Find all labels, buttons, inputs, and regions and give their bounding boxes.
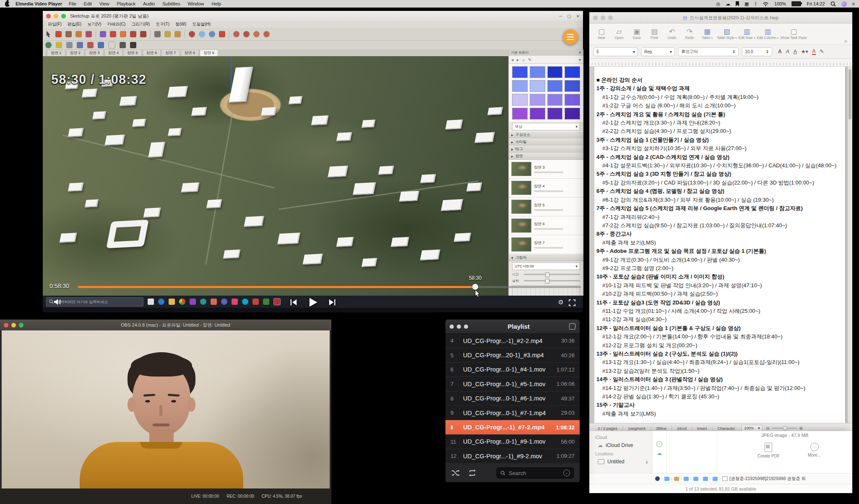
repeat-icon[interactable] — [468, 470, 476, 476]
color-swatch[interactable] — [530, 108, 545, 120]
chrome-icon[interactable] — [179, 299, 185, 305]
close-window-button[interactable] — [46, 14, 51, 18]
slider-track[interactable] — [524, 280, 580, 281]
playlist-row[interactable]: 11UD_CG-Progr...0-1)_#9-1.mov56:00 — [445, 435, 580, 449]
scrollbar-thumb[interactable] — [849, 69, 851, 120]
scene-list-item[interactable]: 장면 3 — [509, 160, 583, 179]
hwp-toolbar-button[interactable]: ▢Show Task Pane — [781, 28, 807, 40]
tape-measure-icon[interactable] — [154, 31, 161, 37]
color-swatch[interactable] — [530, 66, 545, 78]
materials-category-dropdown[interactable]: 색상 ▾ — [512, 123, 580, 130]
playlist-row[interactable]: 7UD_CG-Progr...0-1)_#5-1.mov1:06:06 — [445, 377, 580, 391]
volume-icon[interactable] — [54, 299, 62, 305]
home-icon[interactable]: ⌂ — [522, 57, 525, 62]
document-area[interactable]: ■ 온라인 강의 순서1주 - 강의소개 / 실습 및 재택수업 과제#1-1강… — [589, 67, 852, 423]
menu-item[interactable]: View — [99, 1, 109, 6]
zoom-slider[interactable] — [772, 428, 797, 429]
sketchup-viewport[interactable]: 58:30 / 1:08:32 — [43, 56, 508, 296]
hwp-toolbar-button[interactable]: ↷Redo — [682, 28, 698, 40]
hwp-toolbar-button[interactable]: ▧Table Style ▾ — [717, 28, 737, 40]
document-scrollbar[interactable] — [848, 67, 852, 423]
cloud-download-icon[interactable]: ☁ — [657, 451, 662, 455]
utc-dropdown[interactable]: UTC+09:00 ▾ — [512, 262, 580, 270]
tray-section-header[interactable]: ▸장면 — [509, 153, 583, 160]
scene-tab[interactable]: 장면 6 — [143, 49, 161, 56]
section-plane-icon[interactable] — [66, 42, 73, 48]
hwp-toolbar-button[interactable]: ▣Save — [629, 28, 645, 40]
details-icon[interactable]: ▾ — [579, 57, 581, 62]
close-window-button[interactable] — [450, 325, 454, 329]
app-icon[interactable] — [263, 299, 269, 305]
pushpull-tool-icon[interactable] — [100, 31, 106, 37]
color-swatch[interactable] — [530, 80, 545, 92]
zoom-dropdown[interactable]: 100%▾ — [742, 425, 763, 432]
menu-clock[interactable]: Fri 14:22 — [807, 1, 825, 6]
settings-gear-icon[interactable]: ⚙ — [558, 299, 564, 306]
color-swatch[interactable] — [547, 66, 563, 78]
wifi-icon[interactable] — [763, 2, 769, 6]
folder-icon[interactable] — [684, 477, 689, 481]
scene-tab[interactable]: 장면 8 — [181, 49, 199, 56]
scene-list-item[interactable]: 장면 5 — [509, 197, 583, 216]
scene-tab[interactable]: 장면 1 — [47, 49, 65, 56]
dimension-tool-icon[interactable] — [77, 42, 83, 48]
slider-handle[interactable] — [545, 279, 549, 283]
hwp-toolbar-button[interactable]: ▥Edit Row ▾ — [738, 28, 755, 40]
progress-bar[interactable]: 58:30 — [78, 286, 581, 288]
bold-icon[interactable]: A — [778, 49, 782, 55]
sketchup-menu-item[interactable]: 편집(E) — [68, 21, 81, 27]
hwp-toolbar-button[interactable]: ▦Table ▾ — [699, 28, 715, 40]
win-minimize-icon[interactable]: ─ — [559, 14, 562, 18]
app-icon[interactable] — [200, 299, 206, 305]
popout-icon[interactable] — [569, 323, 575, 330]
app-icon[interactable] — [190, 299, 196, 305]
folder-icon[interactable] — [703, 477, 708, 481]
line-tool-icon[interactable] — [65, 31, 72, 37]
notification-center-icon[interactable]: ≡ — [852, 2, 855, 6]
hwp-toolbar-button[interactable]: ↶Undo — [664, 28, 680, 40]
siri-icon[interactable] — [841, 1, 847, 7]
taskbar-search-input[interactable] — [56, 299, 141, 304]
look-around-icon[interactable] — [56, 42, 62, 48]
scene-tab[interactable]: 장면 5 — [123, 49, 142, 56]
color-swatch[interactable] — [512, 108, 528, 120]
arc-tool-icon[interactable] — [75, 31, 82, 37]
scene-list-item[interactable]: 장면 4 — [509, 179, 583, 197]
scale-tool-icon[interactable] — [130, 31, 136, 37]
style-dropdown[interactable]: 5▾ — [593, 47, 638, 56]
play-icon[interactable] — [307, 296, 319, 308]
app-icon[interactable] — [242, 299, 248, 305]
hwp-toolbar-button[interactable]: ▱Open — [611, 28, 627, 40]
color-swatch[interactable] — [512, 94, 528, 106]
next-track-icon[interactable] — [328, 298, 337, 307]
zoom-out-icon[interactable]: ⊖ — [766, 426, 770, 431]
menu-item[interactable]: Window — [187, 1, 204, 6]
color-swatch[interactable] — [565, 94, 580, 106]
zoom-window-button[interactable] — [19, 323, 23, 327]
zoom-slider-handle[interactable] — [783, 426, 787, 431]
color-swatch[interactable] — [530, 94, 545, 106]
close-window-button[interactable] — [4, 323, 8, 327]
style-monochrome-icon[interactable] — [263, 31, 270, 37]
color-swatch[interactable] — [512, 66, 528, 78]
font-size-stepper[interactable]: 10.0⇕ — [742, 47, 772, 56]
playlist-row[interactable]: 4UD_CG-Progr...-1)_#2-2.mp430:36 — [445, 334, 580, 348]
close-window-button[interactable] — [593, 16, 598, 20]
obs-status-icon[interactable]: ◎ — [716, 2, 720, 6]
footprint-icon[interactable] — [130, 42, 136, 48]
forward-icon[interactable]: ▸ — [517, 57, 519, 62]
3d-text-icon[interactable] — [120, 42, 126, 48]
move-tool-icon[interactable] — [110, 31, 116, 37]
apple-menu-icon[interactable] — [5, 1, 10, 7]
scene-tab[interactable]: 장면 3 — [85, 49, 104, 56]
window-traffic-lights[interactable] — [46, 14, 66, 18]
sketchup-menu-item[interactable]: 보기(V) — [87, 21, 101, 27]
folder-icon[interactable] — [713, 477, 718, 481]
progress-scrubber[interactable] — [472, 284, 478, 290]
playlist-search-input[interactable] — [508, 470, 556, 477]
fullscreen-icon[interactable] — [569, 299, 575, 306]
app-icon[interactable] — [211, 299, 217, 305]
previous-track-icon[interactable] — [289, 298, 298, 307]
walk-tool-icon[interactable] — [45, 42, 52, 48]
highlighter-pen-icon[interactable]: ✎ — [820, 49, 824, 55]
